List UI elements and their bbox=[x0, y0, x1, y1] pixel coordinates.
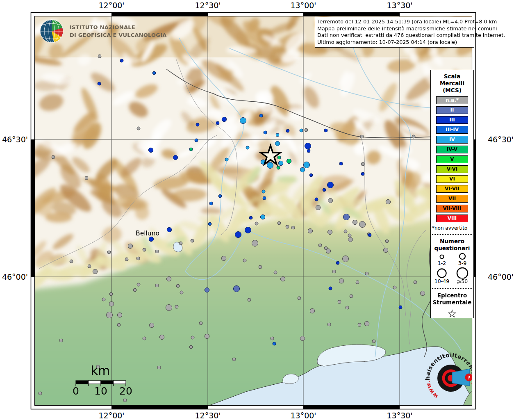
intensity-dot bbox=[339, 278, 343, 283]
intensity-dot bbox=[106, 312, 112, 318]
intensity-dot bbox=[346, 306, 349, 309]
intensity-dot bbox=[39, 392, 42, 395]
intensity-dot bbox=[233, 285, 239, 292]
swatch-vi-vii: VI-VII bbox=[436, 185, 468, 193]
intensity-dot bbox=[315, 198, 318, 201]
swatch-iii: III bbox=[436, 116, 468, 124]
intensity-dot bbox=[123, 399, 127, 402]
intensity-dot bbox=[143, 337, 146, 340]
event-info-box: Terremoto del 12-01-2025 14:51:39 (ora l… bbox=[315, 17, 474, 48]
intensity-dot bbox=[133, 288, 136, 292]
intensity-dot bbox=[286, 129, 289, 132]
intensity-dot bbox=[300, 167, 305, 172]
size-key-3-9: 3-9 bbox=[453, 251, 472, 266]
questionnaire-title: Numero questionari bbox=[431, 238, 473, 252]
intensity-dot bbox=[180, 291, 183, 294]
axis-bottom-1330: 13°30' bbox=[381, 411, 418, 420]
swatch-vi: VI bbox=[436, 175, 468, 183]
legend-footnote: *non avvertito bbox=[432, 225, 473, 231]
intensity-dot bbox=[324, 129, 328, 132]
swatch-iii-iv: III-IV bbox=[436, 126, 468, 134]
ingv-line1: ISTITUTO NAZIONALE bbox=[70, 24, 166, 32]
legend-separator bbox=[432, 234, 472, 235]
questionnaire-size-key: 1-2 3-9 10-49 ⩾50 bbox=[431, 251, 473, 285]
swatch-viii: VIII bbox=[436, 215, 468, 222]
swatch-v-vi: V-VI bbox=[436, 165, 468, 173]
intensity-dot bbox=[412, 135, 415, 138]
swatch-vii-viii: VII-VIII bbox=[436, 205, 468, 212]
intensity-dot bbox=[117, 313, 122, 317]
intensity-dot bbox=[420, 291, 425, 295]
intensity-dot bbox=[107, 251, 111, 254]
intensity-dot bbox=[361, 172, 364, 176]
intensity-dot bbox=[259, 114, 263, 117]
intensity-dot bbox=[176, 284, 180, 288]
intensity-swatches: n.a.* II III III-IV IV IV-V V V-VI VI VI… bbox=[431, 96, 473, 222]
axis-bottom-1200: 12°00' bbox=[93, 411, 130, 420]
intensity-dot bbox=[243, 259, 246, 262]
intensity-dot bbox=[360, 135, 364, 138]
intensity-dot bbox=[240, 117, 246, 123]
intensity-dot bbox=[353, 220, 357, 224]
intensity-dot bbox=[318, 244, 322, 247]
intensity-dot bbox=[393, 286, 396, 289]
intensity-dot bbox=[208, 222, 212, 226]
place-label-belluno: Belluno bbox=[128, 230, 167, 237]
intensity-dot bbox=[326, 249, 330, 253]
intensity-dot bbox=[342, 256, 348, 262]
intensity-dot bbox=[298, 297, 301, 300]
intensity-dot bbox=[307, 149, 310, 153]
swatch-iv: IV bbox=[436, 136, 468, 144]
intensity-dot bbox=[343, 214, 349, 220]
intensity-dot bbox=[278, 161, 283, 165]
intensity-dot bbox=[332, 270, 336, 273]
intensity-dot bbox=[328, 230, 332, 234]
intensity-dot bbox=[195, 139, 198, 142]
intensity-dot bbox=[88, 265, 91, 268]
ingv-line2: DI GEOFISICA E VULCANOLOGIA bbox=[70, 32, 166, 39]
intensity-dot bbox=[328, 323, 331, 326]
intensity-dot bbox=[191, 239, 194, 242]
ingv-logo bbox=[39, 18, 65, 45]
intensity-dot bbox=[273, 342, 276, 345]
intensity-dot bbox=[276, 133, 279, 137]
scale-unit-label: km bbox=[88, 363, 113, 378]
scale-tick-10: 10 bbox=[89, 385, 113, 397]
intensity-dot bbox=[252, 240, 258, 246]
intensity-dot bbox=[221, 256, 226, 260]
intensity-dot bbox=[350, 294, 353, 298]
intensity-dot bbox=[196, 123, 199, 126]
scale-tick-0: 0 bbox=[64, 385, 88, 397]
intensity-dot bbox=[102, 298, 105, 301]
size-key-50plus: ⩾50 bbox=[453, 267, 472, 284]
intensity-dot bbox=[120, 59, 123, 62]
intensity-dot bbox=[386, 199, 390, 204]
axis-top-1330: 13°30' bbox=[381, 1, 418, 10]
intensity-dot bbox=[259, 265, 262, 269]
intensity-dot bbox=[155, 250, 159, 253]
intensity-dot bbox=[305, 128, 308, 132]
intensity-dot bbox=[128, 244, 132, 248]
intensity-dot bbox=[191, 336, 194, 339]
intensity-dot bbox=[275, 141, 280, 146]
intensity-dot bbox=[255, 222, 258, 225]
intensity-dot bbox=[358, 323, 361, 326]
intensity-dot bbox=[166, 276, 171, 281]
size-key-1-2: 1-2 bbox=[432, 251, 451, 266]
intensity-dot bbox=[205, 334, 209, 338]
legend-title: Scala Mercalli (MCS) bbox=[431, 73, 473, 94]
intensity-dot bbox=[70, 260, 73, 263]
intensity-dot bbox=[246, 146, 249, 149]
intensity-dot bbox=[262, 190, 265, 193]
epicenter-title: Epicentro Strumentale bbox=[431, 292, 473, 306]
intensity-dot bbox=[414, 281, 417, 284]
intensity-dot bbox=[385, 240, 389, 243]
intensity-dot bbox=[348, 234, 351, 237]
intensity-dot bbox=[157, 366, 161, 369]
intensity-dot bbox=[85, 176, 88, 180]
intensity-dot bbox=[260, 215, 265, 219]
info-line-event: Terremoto del 12-01-2025 14:51:39 (ora l… bbox=[317, 18, 472, 25]
intensity-dot bbox=[361, 162, 364, 166]
intensity-dot bbox=[291, 226, 295, 229]
intensity-dot bbox=[344, 230, 347, 233]
